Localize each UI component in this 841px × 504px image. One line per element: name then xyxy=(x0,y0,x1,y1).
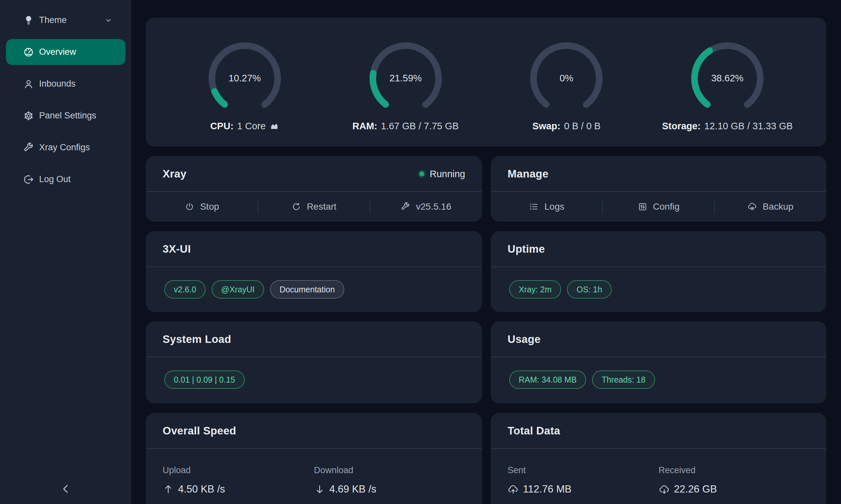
version-tag[interactable]: v2.6.0 xyxy=(164,280,206,299)
sidebar-item-label: Theme xyxy=(39,15,67,25)
received-stat: Received 22.26 GB xyxy=(659,465,810,495)
sliders-icon xyxy=(638,202,648,212)
app-root: Theme Overview Inbounds Panel Settings xyxy=(0,0,841,504)
user-icon xyxy=(23,78,34,90)
sidebar-item-label: Inbounds xyxy=(39,79,75,89)
card-title: System Load xyxy=(162,333,231,345)
xray-version-button[interactable]: v25.5.16 xyxy=(370,192,482,221)
download-value: 4.69 KB /s xyxy=(314,483,465,495)
status-text: Running xyxy=(430,169,465,179)
received-value: 22.26 GB xyxy=(659,483,810,495)
wrench-icon xyxy=(23,142,34,153)
received-label: Received xyxy=(659,465,810,475)
sent-value: 112.76 MB xyxy=(508,483,659,495)
gauge-ram: 21.59% RAM: 1.67 GB / 7.75 GB xyxy=(325,37,486,131)
system-load-body: 0.01 | 0.09 | 0.15 xyxy=(146,357,482,389)
gear-icon xyxy=(23,110,34,121)
logs-button[interactable]: Logs xyxy=(491,192,602,221)
sidebar: Theme Overview Inbounds Panel Settings xyxy=(0,0,132,504)
download-stat: Download 4.69 KB /s xyxy=(314,465,465,495)
usage-card-body: RAM: 34.08 MB Threads: 18 xyxy=(491,357,826,389)
card-title: Overall Speed xyxy=(162,425,236,437)
xray-card-header: Xray Running xyxy=(146,157,482,192)
upload-value: 4.50 KB /s xyxy=(162,483,314,495)
download-label: Download xyxy=(314,465,465,475)
system-load-header: System Load xyxy=(146,322,482,357)
sent-label: Sent xyxy=(508,465,659,475)
logout-icon xyxy=(23,174,34,185)
card-title: Uptime xyxy=(508,243,545,255)
sidebar-collapse-button[interactable] xyxy=(0,482,132,497)
sidebar-item-label: Log Out xyxy=(39,174,71,184)
manage-card-header: Manage xyxy=(491,157,826,192)
cloud-upload-icon xyxy=(508,484,519,495)
card-title: Manage xyxy=(508,168,549,180)
sent-stat: Sent 112.76 MB xyxy=(508,465,659,495)
cloud-server-icon xyxy=(748,202,757,212)
total-data-body: Sent 112.76 MB Received xyxy=(491,449,826,495)
xrayui-tag[interactable]: @XrayUI xyxy=(211,280,264,299)
arrow-down-icon xyxy=(314,484,325,495)
config-button[interactable]: Config xyxy=(603,192,714,221)
swap-label: Swap: 0 B / 0 B xyxy=(533,121,601,131)
overall-speed-card: Overall Speed Upload 4.50 KB /s Downlo xyxy=(146,413,482,504)
chevron-left-icon xyxy=(59,482,73,497)
area-chart-icon[interactable] xyxy=(269,121,279,131)
arrow-up-icon xyxy=(162,484,174,495)
cards-grid: Xray Running Stop xyxy=(146,156,826,504)
usage-card: Usage RAM: 34.08 MB Threads: 18 xyxy=(491,322,826,403)
uptime-card: Uptime Xray: 2m OS: 1h xyxy=(491,231,826,312)
wrench-icon xyxy=(400,202,410,212)
xray-card: Xray Running Stop xyxy=(146,156,482,221)
gauge-cpu: 10.27% CPU: 1 Core xyxy=(164,37,325,131)
xray-actions: Stop Restart v25.5.16 xyxy=(146,192,482,221)
dashboard-icon xyxy=(23,47,34,58)
cpu-gauge-ring: 10.27% xyxy=(204,37,286,120)
storage-percent: 38.62% xyxy=(686,37,768,120)
stop-button[interactable]: Stop xyxy=(146,192,258,221)
sidebar-item-overview[interactable]: Overview xyxy=(6,39,125,65)
load-average-tag: 0.01 | 0.09 | 0.15 xyxy=(164,371,245,389)
lightbulb-icon xyxy=(23,15,34,26)
sidebar-item-panel-settings[interactable]: Panel Settings xyxy=(6,103,125,129)
overall-speed-body: Upload 4.50 KB /s Download xyxy=(146,449,482,495)
card-title: Total Data xyxy=(508,425,560,437)
cloud-download-icon xyxy=(659,484,670,495)
usage-card-header: Usage xyxy=(491,322,826,357)
uptime-card-header: Uptime xyxy=(491,232,826,267)
restart-button[interactable]: Restart xyxy=(258,192,370,221)
sidebar-item-log-out[interactable]: Log Out xyxy=(6,166,125,192)
system-gauges-card: 10.27% CPU: 1 Core 21.59% xyxy=(146,18,826,146)
cpu-label: CPU: 1 Core xyxy=(210,121,279,131)
cpu-percent: 10.27% xyxy=(204,37,286,120)
main-content: 10.27% CPU: 1 Core 21.59% xyxy=(132,0,841,504)
sidebar-item-inbounds[interactable]: Inbounds xyxy=(6,71,125,97)
sidebar-item-theme[interactable]: Theme xyxy=(6,7,125,33)
sidebar-item-label: Xray Configs xyxy=(39,142,90,152)
ram-gauge-ring: 21.59% xyxy=(365,37,447,120)
status-dot xyxy=(419,171,425,177)
threads-tag: Threads: 18 xyxy=(592,371,655,389)
total-data-card: Total Data Sent 112.76 MB Received xyxy=(491,413,826,504)
chevron-down-icon xyxy=(104,16,113,24)
ram-usage-tag: RAM: 34.08 MB xyxy=(509,371,586,389)
xui-card: 3X-UI v2.6.0 @XrayUI Documentation xyxy=(146,231,482,312)
card-title: Xray xyxy=(162,168,187,180)
sidebar-item-label: Panel Settings xyxy=(39,111,96,121)
system-load-card: System Load 0.01 | 0.09 | 0.15 xyxy=(146,322,482,403)
card-title: Usage xyxy=(508,333,541,345)
xui-card-header: 3X-UI xyxy=(146,232,482,267)
sidebar-item-xray-configs[interactable]: Xray Configs xyxy=(6,134,125,160)
os-uptime-tag: OS: 1h xyxy=(567,280,612,299)
power-icon xyxy=(185,202,194,212)
overall-speed-header: Overall Speed xyxy=(146,413,482,449)
storage-gauge-ring: 38.62% xyxy=(686,37,768,120)
swap-percent: 0% xyxy=(525,37,607,120)
swap-gauge-ring: 0% xyxy=(525,37,607,120)
ram-percent: 21.59% xyxy=(365,37,447,120)
gauge-storage: 38.62% Storage: 12.10 GB / 31.33 GB xyxy=(647,37,808,131)
documentation-tag[interactable]: Documentation xyxy=(270,280,344,299)
uptime-card-body: Xray: 2m OS: 1h xyxy=(491,267,826,299)
upload-stat: Upload 4.50 KB /s xyxy=(162,465,314,495)
backup-button[interactable]: Backup xyxy=(715,192,826,221)
